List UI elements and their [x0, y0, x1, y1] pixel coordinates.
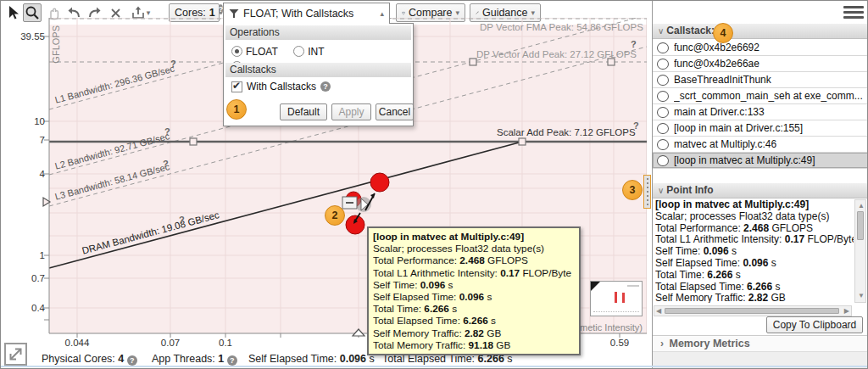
- tooltip-line: Scalar; processes Float32 data type(s): [373, 243, 575, 254]
- chevron-down-icon: ∨: [658, 26, 664, 36]
- y-tick: 7: [18, 135, 45, 145]
- redo-button[interactable]: [86, 3, 103, 22]
- point-info-header[interactable]: ∨Point Info: [653, 183, 868, 198]
- scroll-up-icon[interactable]: ▲: [858, 203, 865, 210]
- magnifier-icon: [25, 5, 40, 20]
- memory-metrics-header[interactable]: › Memory Metrics: [653, 335, 868, 352]
- with-callstacks-label: With Callstacks: [247, 81, 316, 92]
- stack-frame-icon: [657, 42, 669, 53]
- copy-to-clipboard-button[interactable]: Copy To Clipboard: [766, 316, 863, 333]
- filter-dropdown-button[interactable]: FLOAT; With Callstacks ▴: [223, 3, 390, 24]
- point-info-horizontal-scrollbar[interactable]: ◀ ▶: [654, 305, 852, 316]
- roofline-minimap[interactable]: [590, 281, 643, 316]
- operation-radio[interactable]: INT: [293, 46, 324, 58]
- callstack-item[interactable]: [loop in matvec at Multiply.c:49]: [653, 153, 868, 169]
- tooltip-line: Self Memory Traffic: 2.82 GB: [373, 327, 575, 339]
- advisor-roofline-window: GFLOPS 39.55 10 7 4 1 0.7 0.4 0.044 0.07…: [0, 0, 868, 369]
- y-tick: 1: [18, 250, 45, 260]
- callstack-item[interactable]: BaseThreadInitThunk: [653, 72, 868, 88]
- help-icon[interactable]: ?: [320, 81, 331, 92]
- minimap-corner: [591, 282, 600, 291]
- default-button[interactable]: Default: [280, 103, 327, 120]
- callstack-item[interactable]: _scrt_common_main_seh at exe_comm...: [653, 88, 868, 104]
- radio-icon: [293, 46, 304, 57]
- scroll-right-icon[interactable]: ▶: [844, 308, 849, 315]
- cores-label: Cores:: [175, 7, 206, 19]
- undo-button[interactable]: [65, 3, 82, 22]
- help-icon[interactable]: ?: [227, 355, 237, 366]
- undo-arrow-icon: [67, 6, 81, 20]
- export-icon: [131, 6, 147, 20]
- compare-button[interactable]: Compare ▾: [396, 3, 465, 22]
- x-tick: 0.1: [207, 338, 244, 348]
- guidance-button[interactable]: Guidance ▾: [470, 3, 541, 22]
- y-tick: 39.55: [18, 31, 45, 42]
- annotation-badge-1: 1: [226, 99, 247, 120]
- callstack-item[interactable]: func@0x4b2e66ae: [653, 56, 868, 72]
- roofline-help-dram[interactable]: ?: [179, 215, 185, 225]
- y-axis-title: GFLOPS: [51, 25, 61, 64]
- roofline-label-scalar-add: Scalar Add Peak: 7.12 GFLOPS: [497, 127, 632, 137]
- stack-frame-icon: [657, 155, 669, 166]
- tooltip-line: Total L1 Arithmetic Intensity: 0.17 FLOP…: [373, 267, 575, 279]
- chevron-down-icon: ∨: [658, 186, 664, 195]
- scroll-left-icon[interactable]: ◀: [656, 308, 661, 315]
- roofline-help-dp-add[interactable]: ?: [631, 39, 637, 49]
- callstack-item[interactable]: main at Driver.c:133: [653, 104, 868, 120]
- roofline-help-scalar-add[interactable]: ?: [633, 120, 639, 131]
- export-button[interactable]: ▾: [128, 3, 153, 22]
- pan-tool-button[interactable]: [45, 3, 62, 22]
- scroll-down-icon[interactable]: ▼: [858, 293, 865, 299]
- point-info-line: Total L1 Arithmetic Intensity: 0.17 FLOP…: [655, 234, 854, 246]
- stack-frame-icon: [657, 75, 669, 86]
- radio-icon: [231, 46, 242, 57]
- point-info-line: [loop in matvec at Multiply.c:49]: [655, 199, 854, 211]
- roofline-help-l2[interactable]: ?: [164, 126, 170, 137]
- operation-radio[interactable]: FLOAT: [231, 46, 278, 58]
- apply-button[interactable]: Apply: [331, 103, 371, 120]
- point-info-line: Total Performance: 2.468 GFLOPS: [655, 223, 854, 235]
- menu-button[interactable]: [843, 6, 864, 20]
- cancel-zoom-button[interactable]: [108, 3, 123, 22]
- filter-funnel-icon: [229, 8, 239, 19]
- roofline-help-l1[interactable]: ?: [170, 59, 176, 69]
- x-tick: 0.07: [152, 338, 189, 348]
- panel-splitter-handle[interactable]: [643, 175, 651, 209]
- tooltip-line: Self Time: 0.096 s: [373, 279, 575, 291]
- x-tick: 0.044: [58, 338, 96, 348]
- self-elapsed-status: Self Elapsed Time: 0.096 s: [248, 353, 375, 365]
- physical-cores-status: Physical Cores: 4 ?: [42, 353, 137, 365]
- tooltip-line: Total Performance: 2.468 GFLOPS: [373, 254, 575, 266]
- chevron-right-icon: ›: [660, 338, 664, 349]
- right-panel: ∨Callstack: func@0x4b2e6692 func@0x4b2e6…: [652, 1, 868, 369]
- callstack-item[interactable]: matvec at Multiply.c:46: [653, 137, 868, 153]
- chevron-down-icon: ▾: [455, 8, 459, 17]
- redo-arrow-icon: [87, 6, 102, 20]
- chevron-down-icon: ▾: [147, 8, 151, 17]
- roofline-help-l3[interactable]: ?: [163, 159, 169, 169]
- zoom-tool-button[interactable]: [23, 3, 42, 22]
- with-callstacks-checkbox[interactable]: [231, 81, 242, 92]
- operations-header: Operations: [225, 25, 411, 40]
- callstack-item[interactable]: [loop in main at Driver.c:155]: [653, 120, 868, 137]
- callstacks-header: Callstacks: [225, 63, 411, 77]
- cores-button[interactable]: Cores:1 ? ▾: [169, 3, 220, 22]
- point-info-line: Self Memory Traffic: 2.82 GB: [655, 293, 854, 303]
- point-info-line: Total Time: 6.266 s: [655, 270, 854, 282]
- point-info-body: [loop in matvec at Multiply.c:49] Scalar…: [655, 199, 854, 303]
- tooltip-line: Self Elapsed Time: 0.096 s: [373, 291, 575, 303]
- help-icon[interactable]: ?: [127, 355, 137, 366]
- point-info-vertical-scrollbar[interactable]: ▲ ▼: [854, 199, 866, 303]
- tooltip-line: Total Time: 6.266 s: [373, 303, 575, 315]
- guidance-label: Guidance: [482, 7, 528, 19]
- cancel-button[interactable]: Cancel: [376, 103, 414, 120]
- callstack-header[interactable]: ∨Callstack:: [653, 24, 868, 39]
- tooltip-line: Total Elapsed Time: 6.266 s: [373, 315, 575, 327]
- compare-label: Compare: [409, 7, 452, 19]
- y-tick: 0.4: [18, 303, 45, 313]
- select-tool-button[interactable]: [4, 3, 21, 22]
- with-callstacks-row: With Callstacks ?: [231, 81, 331, 92]
- filter-panel: Operations FLOAT INT INT+FLOAT Callstack…: [223, 23, 414, 126]
- callstack-item[interactable]: func@0x4b2e6692: [653, 40, 868, 56]
- expand-chart-button[interactable]: [4, 343, 27, 366]
